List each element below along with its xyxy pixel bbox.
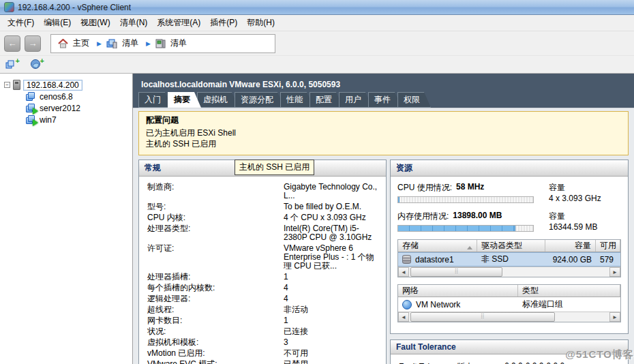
tree-vm-label[interactable]: cenos6.8: [40, 92, 73, 102]
tree-node-vm[interactable]: server2012: [3, 102, 132, 114]
summary-content: 配置问题 已为主机启用 ESXi Shell 主机的 SSH 已启用 常规 主机…: [133, 108, 634, 364]
resources-panel-header: 资源: [391, 160, 628, 177]
cpu-usage-label: CPU 使用情况:: [397, 182, 452, 194]
datastore-capacity: 924.00 GB: [545, 255, 596, 264]
memory-usage-block: 内存使用情况: 13898.00 MB 容量 16344.59 MB: [397, 211, 621, 232]
cpu-usage-bar-fill: [398, 197, 399, 202]
inventory-icon: [106, 39, 117, 48]
tab-performance[interactable]: 性能: [280, 92, 314, 108]
tab-events[interactable]: 事件: [368, 92, 402, 108]
tree-vm-label[interactable]: win7: [40, 115, 57, 125]
network-table: 网络 类型 VM Network 标准端口组 ◄: [397, 284, 621, 322]
general-row: 逻辑处理器:4: [147, 294, 378, 303]
type-column-header[interactable]: 类型: [518, 285, 620, 297]
menu-view[interactable]: 视图(W): [76, 15, 115, 31]
network-icon: [402, 300, 412, 309]
storage-table-hscrollbar[interactable]: ◄ ►: [398, 267, 620, 277]
tab-permissions[interactable]: 权限: [397, 92, 431, 108]
tab-configuration[interactable]: 配置: [310, 92, 343, 108]
breadcrumb-chevron-icon: ▶: [146, 40, 151, 47]
menu-edit[interactable]: 编辑(E): [39, 15, 76, 31]
scroll-right-icon[interactable]: ►: [609, 267, 620, 277]
breadcrumb-inventory-1[interactable]: 清单: [122, 37, 141, 49]
vm-running-icon: [26, 104, 37, 113]
datastore-drive-type: 非 SSD: [477, 254, 545, 265]
new-scheduled-task-icon[interactable]: +: [30, 59, 42, 71]
general-panel-header: 常规 主机的 SSH 已启用: [139, 160, 386, 177]
tab-summary[interactable]: 摘要: [168, 92, 201, 108]
drive-type-column-header[interactable]: 驱动器类型: [477, 240, 545, 252]
general-row: 网卡数目:1: [147, 316, 378, 325]
menu-inventory[interactable]: 清单(N): [115, 15, 153, 31]
fault-tolerance-panel-title: Fault Tolerance: [396, 342, 456, 352]
storage-column-header[interactable]: 存储: [398, 240, 477, 252]
window-title: 192.168.4.200 - vSphere Client: [18, 3, 131, 12]
general-row: 状况:已连接: [147, 327, 378, 336]
cpu-usage-block: CPU 使用情况: 58 MHz 容量 4 x 3.093 GHz: [397, 182, 621, 204]
free-column-header[interactable]: 可用: [596, 240, 620, 252]
tab-virtual-machines[interactable]: 虚拟机: [197, 92, 239, 108]
scroll-left-icon[interactable]: ◄: [398, 312, 409, 322]
scrollbar-thumb[interactable]: [410, 312, 555, 322]
sort-ascending-icon: [467, 246, 472, 249]
tree-vm-label[interactable]: server2012: [40, 104, 80, 113]
vm-running-icon: [26, 115, 37, 125]
datastore-icon: [402, 255, 411, 264]
tree-node-vm[interactable]: cenos6.8: [3, 91, 132, 102]
tab-users[interactable]: 用户: [339, 92, 372, 108]
general-row: 超线程:非活动: [147, 305, 378, 314]
menu-help[interactable]: 帮助(H): [242, 15, 280, 31]
memory-capacity-value: 16344.59 MB: [549, 222, 597, 232]
network-table-hscrollbar[interactable]: ◄ ►: [398, 312, 620, 322]
general-row: 处理器插槽:1: [147, 273, 378, 282]
warning-line: 已为主机启用 ESXi Shell: [146, 127, 621, 138]
host-icon: [13, 80, 20, 90]
scroll-right-icon[interactable]: ►: [609, 312, 620, 322]
breadcrumb-home[interactable]: 主页: [73, 37, 92, 49]
vsphere-client-window: 192.168.4.200 - vSphere Client 文件(F) 编辑(…: [0, 0, 634, 364]
general-row: 每个插槽的内核数:4: [147, 284, 378, 292]
new-virtual-machine-icon[interactable]: +: [5, 59, 18, 71]
network-row[interactable]: VM Network 标准端口组: [398, 297, 620, 312]
network-column-header[interactable]: 网络: [398, 285, 518, 297]
general-row: 许可证:VMware vSphere 6 Enterprise Plus - :…: [147, 244, 378, 271]
menu-plugins[interactable]: 插件(P): [205, 15, 242, 31]
memory-usage-bar-fill: [398, 226, 515, 231]
general-row: 型号:To be filled by O.E.M.: [147, 202, 378, 211]
menu-administration[interactable]: 系统管理(A): [152, 15, 205, 31]
forward-arrow-icon: →: [29, 38, 37, 48]
ssh-enabled-tooltip: 主机的 SSH 已启用: [235, 160, 314, 175]
action-toolbar: + +: [0, 56, 634, 74]
resources-panel-title: 资源: [396, 163, 412, 172]
hosts-clusters-icon: [155, 39, 166, 48]
tab-getting-started[interactable]: 入门: [138, 92, 172, 108]
inventory-tree: − 192.168.4.200 cenos6.8 server2012 win7: [0, 74, 133, 364]
forward-button[interactable]: →: [25, 35, 41, 52]
storage-table-header: 存储 驱动器类型 容量 可用: [398, 240, 620, 252]
warning-line: 主机的 SSH 已启用: [146, 138, 621, 149]
tab-resource-allocation[interactable]: 资源分配: [235, 92, 284, 108]
menu-file[interactable]: 文件(F): [3, 15, 39, 31]
general-panel-title: 常规: [145, 163, 161, 172]
memory-capacity-label: 容量: [549, 211, 597, 222]
back-button[interactable]: ←: [4, 35, 20, 52]
tree-node-host[interactable]: − 192.168.4.200: [3, 79, 132, 91]
datastore-row[interactable]: datastore1 非 SSD 924.00 GB 579: [398, 252, 620, 267]
memory-usage-label: 内存使用情况:: [397, 211, 449, 222]
breadcrumb-inventory-2[interactable]: 清单: [170, 37, 190, 49]
configuration-issues-banner: 配置问题 已为主机启用 ESXi Shell 主机的 SSH 已启用: [138, 111, 629, 155]
general-panel-body: 制造商:Gigabyte Technology Co., L... 型号:To …: [139, 177, 386, 364]
cpu-usage-bar: [397, 196, 534, 203]
tree-node-vm[interactable]: win7: [3, 114, 132, 125]
warning-title: 配置问题: [146, 115, 621, 126]
plus-badge-icon: +: [16, 57, 20, 65]
tree-collapse-icon[interactable]: −: [4, 82, 10, 88]
capacity-column-header[interactable]: 容量: [545, 240, 596, 252]
title-bar: 192.168.4.200 - vSphere Client: [0, 0, 634, 15]
plus-badge-icon: +: [40, 57, 44, 65]
tree-host-label[interactable]: 192.168.4.200: [23, 80, 82, 91]
scroll-left-icon[interactable]: ◄: [398, 267, 409, 277]
main-pane: localhost.localdomain VMware ESXi, 6.0.0…: [133, 74, 634, 364]
scrollbar-thumb[interactable]: [410, 267, 502, 277]
cpu-usage-value: 58 MHz: [456, 182, 484, 194]
